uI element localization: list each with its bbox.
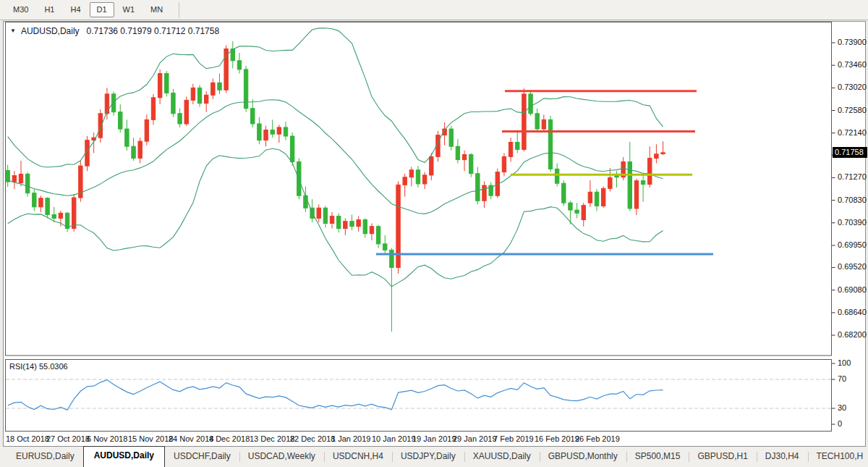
tab-tech100-h[interactable]: TECH100,H xyxy=(808,447,868,467)
time-axis[interactable] xyxy=(0,432,868,447)
tab-usdcnh-h4[interactable]: USDCNH,H4 xyxy=(324,447,392,467)
tab-usdjpy-daily[interactable]: USDJPY,Daily xyxy=(392,447,464,467)
symbol-tab-bar: EURUSD,DailyAUDUSD,DailyUSDCHF,DailyUSDC… xyxy=(0,447,868,467)
timeframe-button-w1[interactable]: W1 xyxy=(116,2,142,17)
tab-audusd-daily[interactable]: AUDUSD,Daily xyxy=(83,446,165,467)
timeframe-toolbar: M30H1H4D1W1MN xyxy=(0,0,868,20)
tab-xauusd-daily[interactable]: XAUUSD,Daily xyxy=(464,447,540,467)
tab-usdchf-daily[interactable]: USDCHF,Daily xyxy=(165,447,239,467)
chart-canvas[interactable] xyxy=(6,22,831,355)
tab-eurusd-daily[interactable]: EURUSD,Daily xyxy=(7,447,83,467)
timeframe-button-mn[interactable]: MN xyxy=(143,2,170,17)
tab-gbpusd-h1[interactable]: GBPUSD,H1 xyxy=(689,447,756,467)
timeframe-button-h4[interactable]: H4 xyxy=(63,2,88,17)
tab-gbpusd-monthly[interactable]: GBPUSD,Monthly xyxy=(540,447,626,467)
timeframe-button-m30[interactable]: M30 xyxy=(6,2,35,17)
tab-dj30-h4[interactable]: DJ30,H4 xyxy=(757,447,808,467)
toolbar-separator xyxy=(179,2,179,18)
timeframe-button-h1[interactable]: H1 xyxy=(37,2,61,17)
timeframe-button-d1[interactable]: D1 xyxy=(90,2,114,17)
tab-sp500-m15[interactable]: SP500,M15 xyxy=(626,447,689,467)
tab-usdcad-weekly[interactable]: USDCAD,Weekly xyxy=(239,447,324,467)
price-axis[interactable] xyxy=(832,22,868,432)
rsi-canvas[interactable] xyxy=(6,359,831,432)
